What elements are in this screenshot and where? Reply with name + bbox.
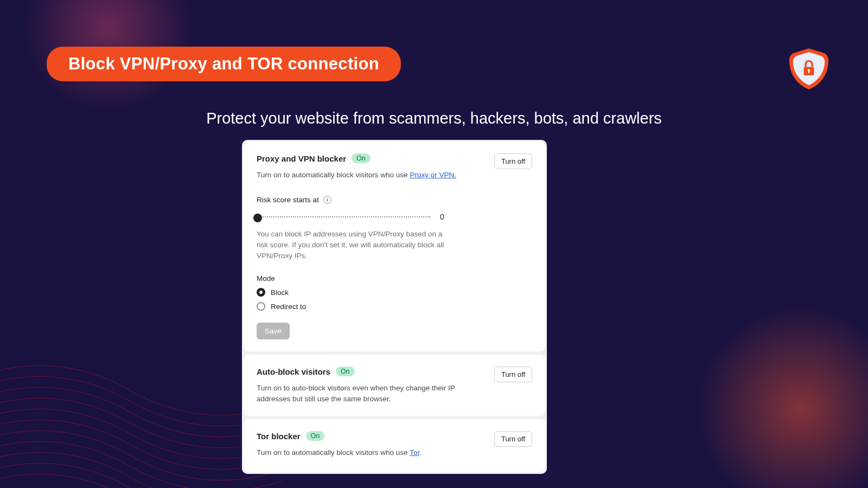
turn-off-button[interactable]: Turn off [494,367,532,382]
card-description: Turn on to automatically block visitors … [257,447,457,458]
risk-score-slider[interactable] [257,216,430,217]
status-badge: On [306,431,325,441]
mode-block-option[interactable]: Block [257,288,532,297]
status-badge: On [352,153,371,163]
radio-label: Redirect to [271,303,306,311]
description-text: Turn on to automatically block visitors … [257,171,410,179]
radio-label: Block [271,288,289,297]
settings-panel: Proxy and VPN blocker On Turn off Turn o… [242,140,547,474]
description-suffix: . [419,448,422,457]
shield-lock-icon [786,46,832,94]
card-title: Auto-block visitors [257,367,330,376]
tor-link[interactable]: Tor [410,448,419,457]
card-title: Tor blocker [257,432,301,441]
tor-blocker-card: Tor blocker On Turn off Turn on to autom… [244,419,545,472]
proxy-vpn-link[interactable]: Proxy or VPN. [410,171,456,179]
auto-block-visitors-card: Auto-block visitors On Turn off Turn on … [244,355,545,416]
background-glow-bottom-right [678,287,868,488]
save-button[interactable]: Save [257,323,290,339]
slider-value: 0 [440,213,444,221]
proxy-vpn-blocker-card: Proxy and VPN blocker On Turn off Turn o… [244,142,545,351]
radio-unselected-icon [257,302,265,311]
slider-thumb[interactable] [253,214,262,222]
mode-label: Mode [257,274,532,282]
background-wave-decoration [0,358,282,488]
risk-score-label: Risk score starts at [257,196,319,204]
svg-rect-2 [808,70,809,73]
page-subtitle: Protect your website from scammers, hack… [0,110,868,127]
page-title: Block VPN/Proxy and TOR connection [68,54,379,74]
card-description: Turn on to automatically block visitors … [257,170,457,181]
status-badge: On [336,367,355,376]
info-icon[interactable]: i [323,196,331,204]
page-title-pill: Block VPN/Proxy and TOR connection [47,47,401,81]
mode-redirect-option[interactable]: Redirect to [257,302,532,311]
card-description: Turn on to auto-block visitors even when… [257,383,457,404]
turn-off-button[interactable]: Turn off [494,431,532,447]
description-text: Turn on to automatically block visitors … [257,448,410,457]
card-title: Proxy and VPN blocker [257,154,346,163]
risk-score-help-text: You can block IP addresses using VPN/Pro… [257,229,452,262]
radio-selected-icon [257,288,265,297]
turn-off-button[interactable]: Turn off [494,153,532,169]
